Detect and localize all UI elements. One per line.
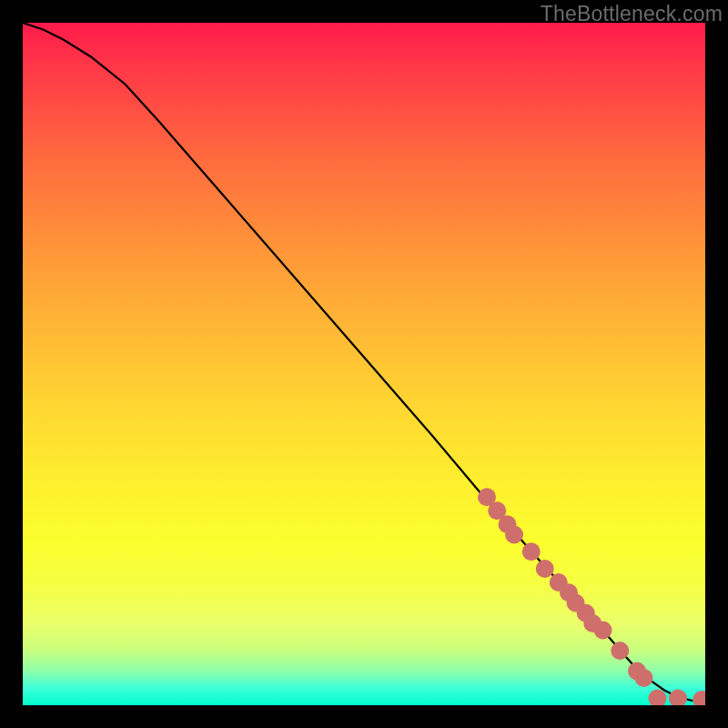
data-marker — [505, 526, 523, 544]
data-marker — [669, 690, 687, 706]
data-marker — [693, 691, 705, 705]
data-marker — [611, 642, 629, 660]
data-markers-group — [478, 488, 705, 705]
data-marker — [536, 560, 554, 578]
data-marker — [635, 669, 653, 687]
data-marker — [522, 542, 541, 561]
performance-curve-line — [23, 23, 705, 702]
data-marker — [649, 690, 667, 706]
watermark-text: TheBottleneck.com — [541, 2, 723, 26]
chart-plot-area — [23, 23, 705, 705]
chart-svg — [23, 23, 705, 705]
data-marker — [594, 622, 612, 640]
